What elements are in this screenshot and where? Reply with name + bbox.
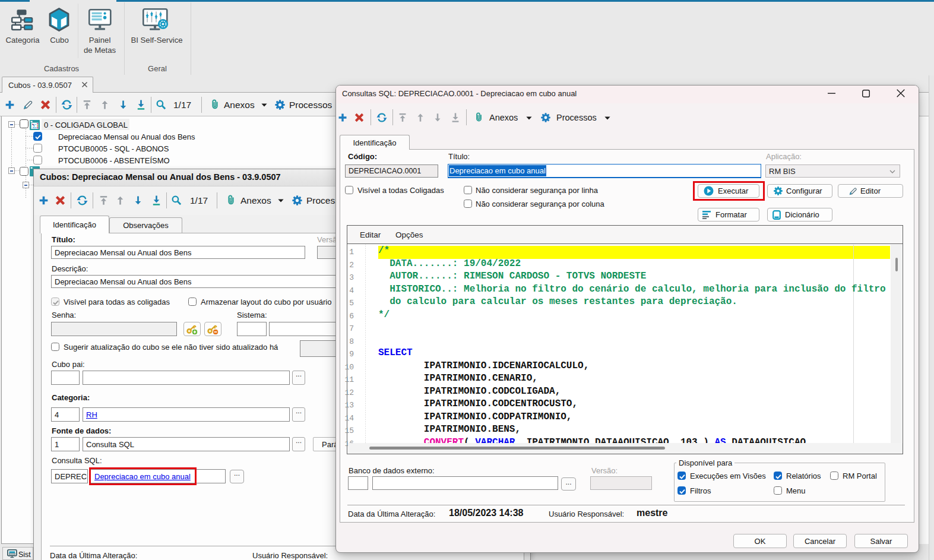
svg-text:Σ: Σ [32, 122, 36, 129]
